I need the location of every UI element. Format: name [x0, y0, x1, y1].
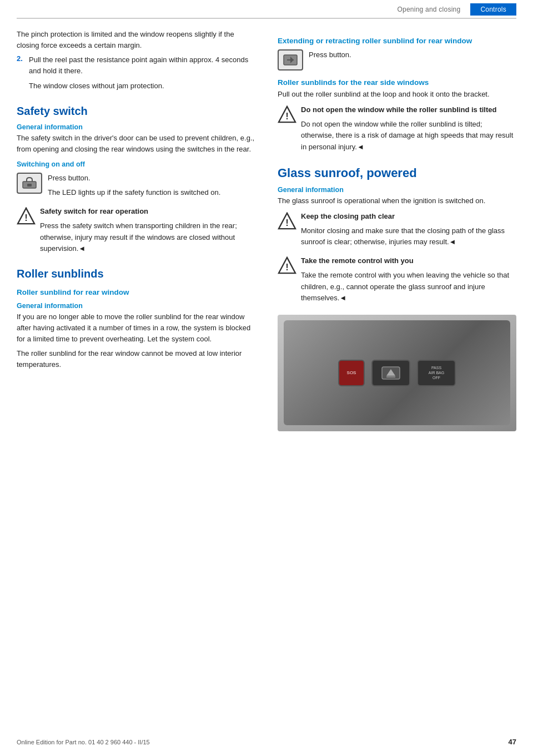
warning-triangle-icon-4: ! [278, 256, 296, 274]
glass-general-info-text: The glass sunroof is operational when th… [278, 195, 516, 206]
roller-sunblinds-title: Roller sunblinds [17, 268, 255, 280]
right-column: Extending or retracting roller sunblind … [272, 29, 516, 431]
safety-switch-button-icon [17, 173, 42, 194]
svg-text:!: ! [285, 112, 289, 122]
warning-triangle-icon-3: ! [278, 212, 296, 230]
warning-block-keep-clear: ! Keep the closing path clear Monitor cl… [278, 211, 516, 251]
svg-text:!: ! [285, 263, 289, 273]
glass-sunroof-section: Glass sunroof, powered General informati… [278, 166, 516, 431]
glass-sunroof-title: Glass sunroof, powered [278, 166, 516, 180]
item-text2: The window closes without jam protection… [29, 80, 255, 92]
keep-clear-text: Keep the closing path clear Monitor clos… [301, 211, 516, 251]
tab-controls[interactable]: Controls [470, 3, 516, 16]
car-image-content: SOS PASSAIR BAGOFF [284, 320, 511, 425]
warning-triangle-icon: ! [17, 207, 36, 225]
main-content: The pinch protection is limited and the … [0, 19, 533, 431]
header-nav: Opening and closing Controls [387, 3, 516, 16]
press-button-text: Press button. The LED lights up if the s… [48, 173, 255, 201]
sos-button: SOS [338, 360, 365, 386]
extending-section: Extending or retracting roller sunblind … [278, 37, 516, 70]
pass-airbag-button: PASSAIR BAGOFF [417, 360, 456, 386]
page-number: 47 [509, 738, 516, 746]
left-column: The pinch protection is limited and the … [17, 29, 272, 431]
item-number: 2. [17, 54, 26, 94]
safety-switch-section: Safety switch General information The sa… [17, 105, 255, 258]
warning-block-roller: ! Do not open the window while the rolle… [278, 104, 516, 156]
roller-side-text: Pull out the roller sunblind at the loop… [278, 89, 516, 100]
warning-triangle-icon-2: ! [278, 105, 296, 123]
intro-para1: The pinch protection is limited and the … [17, 29, 255, 51]
roller-side-section: Roller sunblinds for the rear side windo… [278, 78, 516, 156]
roller-sunblinds-section: Roller sunblinds Roller sunblind for rea… [17, 268, 255, 371]
tab-opening-closing[interactable]: Opening and closing [387, 3, 470, 16]
safety-general-info-text: The safety switch in the driver's door c… [17, 133, 255, 155]
warning-block-safety: ! Safety switch for rear operation Press… [17, 206, 255, 258]
footer-text: Online Edition for Part no. 01 40 2 960 … [17, 739, 150, 745]
glass-general-info-title: General information [278, 186, 516, 194]
svg-text:!: ! [285, 218, 289, 228]
sunroof-button [371, 360, 410, 386]
car-interior-image: SOS PASSAIR BAGOFF [278, 315, 516, 431]
item-text1: Pull the reel past the resistance point … [29, 54, 255, 77]
page-footer: Online Edition for Part no. 01 40 2 960 … [0, 738, 533, 746]
warning-block-remote: ! Take the remote control with you Take … [278, 255, 516, 307]
switching-on-off-title: Switching on and off [17, 160, 255, 168]
svg-text:!: ! [24, 213, 28, 224]
safety-switch-title: Safety switch [17, 105, 255, 118]
extending-title: Extending or retracting roller sunblind … [278, 37, 516, 45]
safety-general-info-title: General information [17, 123, 255, 131]
roller-side-title: Roller sunblinds for the rear side windo… [278, 78, 516, 87]
roller-rear-window-title: Roller sunblind for rear window [17, 288, 255, 296]
roller-general-info-title: General information [17, 302, 255, 310]
roller-general-info-text1: If you are no longer able to move the ro… [17, 311, 255, 345]
numbered-item-2: 2. Pull the reel past the resistance poi… [17, 54, 255, 94]
extending-press-text: Press button. [309, 49, 516, 64]
warning-do-not-open-text: Do not open the window while the roller … [301, 104, 516, 156]
extending-button-row: Press button. [278, 49, 516, 70]
page-header: Opening and closing Controls [17, 0, 516, 19]
svg-rect-1 [27, 184, 32, 187]
warning-text-safety: Safety switch for rear operation Press t… [40, 206, 255, 258]
roller-general-info-text2: The roller sunblind for the rear window … [17, 348, 255, 370]
roller-sunblind-button-icon [278, 49, 303, 70]
item-content: Pull the reel past the resistance point … [29, 54, 255, 94]
remote-text: Take the remote control with you Take th… [301, 255, 516, 307]
press-button-row: Press button. The LED lights up if the s… [17, 173, 255, 201]
